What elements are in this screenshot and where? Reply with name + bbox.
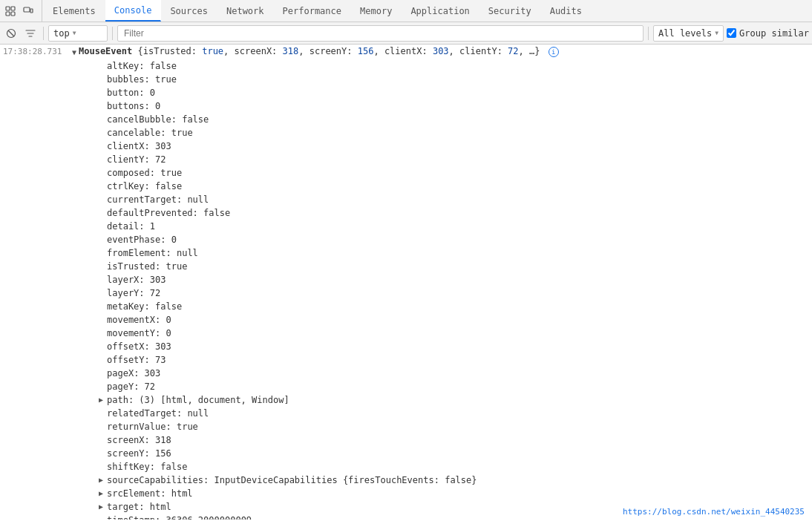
tab-elements[interactable]: Elements	[44, 0, 105, 22]
console-toolbar: top ▼ All levels ▼ Group similar	[0, 22, 812, 45]
prop-row[interactable]: layerX: 303	[0, 273, 812, 286]
levels-dropdown-icon: ▼	[715, 30, 718, 36]
tab-application[interactable]: Application	[402, 0, 479, 22]
devtools-icons	[3, 0, 42, 22]
group-similar-label: Group similar	[739, 28, 809, 39]
group-similar-option[interactable]: Group similar	[727, 28, 809, 39]
prop-row[interactable]: defaultPrevented: false	[0, 206, 812, 220]
tab-sources[interactable]: Sources	[161, 0, 217, 22]
inspect-icon[interactable]	[3, 4, 18, 19]
clear-console-icon[interactable]	[3, 25, 19, 42]
console-output: 17:38:28.731 MouseEvent {isTrusted: true…	[0, 45, 812, 520]
svg-rect-3	[11, 12, 15, 16]
dropdown-arrow-icon: ▼	[73, 30, 76, 36]
prop-row[interactable]: bubbles: true	[0, 73, 812, 86]
prop-row[interactable]: currentTarget: null	[0, 193, 812, 206]
prop-row[interactable]: composed: true	[0, 166, 812, 180]
filter-input[interactable]	[117, 25, 644, 42]
prop-row[interactable]: eventPhase: 0	[0, 233, 812, 246]
prop-row[interactable]: cancelBubble: false	[0, 113, 812, 126]
prop-row[interactable]: cancelable: true	[0, 126, 812, 140]
prop-row[interactable]: movementY: 0	[0, 327, 812, 340]
prop-row-path[interactable]: path: (3) [html, document, Window]	[0, 393, 812, 407]
prop-row[interactable]: relatedTarget: null	[0, 407, 812, 420]
prop-row[interactable]: layerY: 72	[0, 286, 812, 300]
log-timestamp: 17:38:28.731	[3, 46, 70, 56]
tab-bar: Elements Console Sources Network Perform…	[0, 0, 812, 22]
prop-row[interactable]: ctrlKey: false	[0, 180, 812, 193]
tab-performance[interactable]: Performance	[274, 0, 351, 22]
prop-row[interactable]: buttons: 0	[0, 99, 812, 113]
log-header-text: MouseEvent {isTrusted: true, screenX: 31…	[79, 46, 809, 57]
prop-row[interactable]: shiftKey: false	[0, 460, 812, 474]
prop-row[interactable]: returnValue: true	[0, 420, 812, 433]
prop-row[interactable]: clientY: 72	[0, 153, 812, 166]
src-element-expand[interactable]	[96, 488, 105, 499]
tab-network[interactable]: Network	[217, 0, 274, 22]
svg-line-7	[8, 30, 14, 36]
prop-row[interactable]: movementX: 0	[0, 313, 812, 327]
svg-rect-0	[6, 7, 10, 10]
prop-row-source-capabilities[interactable]: sourceCapabilities: InputDeviceCapabilit…	[0, 474, 812, 487]
device-icon[interactable]	[21, 4, 36, 19]
prop-row-src-element[interactable]: srcElement: html	[0, 487, 812, 500]
target-expand[interactable]	[96, 501, 105, 513]
filter-icon[interactable]	[22, 25, 39, 42]
prop-row[interactable]: isTrusted: true	[0, 260, 812, 273]
tab-console[interactable]: Console	[105, 0, 162, 22]
expand-arrow[interactable]	[70, 46, 79, 58]
toolbar-separator-3	[648, 27, 649, 40]
prop-row[interactable]: offsetY: 73	[0, 353, 812, 367]
prop-row[interactable]: pageX: 303	[0, 367, 812, 380]
path-expand-arrow[interactable]	[96, 394, 105, 406]
svg-rect-5	[30, 9, 33, 13]
context-selector[interactable]: top ▼	[48, 25, 108, 42]
prop-row[interactable]: clientX: 303	[0, 140, 812, 153]
prop-row[interactable]: detail: 1	[0, 220, 812, 233]
prop-row[interactable]: fromElement: null	[0, 246, 812, 260]
prop-row[interactable]: pageY: 72	[0, 380, 812, 393]
log-header[interactable]: 17:38:28.731 MouseEvent {isTrusted: true…	[0, 45, 812, 59]
prop-row[interactable]: metaKey: false	[0, 300, 812, 313]
toolbar-separator	[43, 27, 44, 40]
info-icon[interactable]: i	[549, 47, 559, 57]
prop-row[interactable]: button: 0	[0, 86, 812, 99]
footer-link[interactable]: https://blog.csdn.net/weixin_44540235	[623, 507, 805, 517]
svg-rect-2	[11, 7, 15, 10]
log-entry: 17:38:28.731 MouseEvent {isTrusted: true…	[0, 45, 812, 520]
group-similar-checkbox[interactable]	[727, 28, 736, 38]
tab-audits[interactable]: Audits	[541, 0, 592, 22]
toolbar-separator-2	[112, 27, 113, 40]
svg-rect-1	[6, 12, 10, 16]
prop-row[interactable]: offsetX: 303	[0, 340, 812, 353]
prop-row[interactable]: screenY: 156	[0, 447, 812, 460]
prop-row[interactable]: screenX: 318	[0, 433, 812, 447]
prop-row[interactable]: altKey: false	[0, 59, 812, 73]
tab-security[interactable]: Security	[479, 0, 541, 22]
tab-memory[interactable]: Memory	[351, 0, 402, 22]
svg-rect-4	[24, 7, 30, 12]
log-levels-selector[interactable]: All levels ▼	[653, 25, 724, 42]
source-cap-expand[interactable]	[96, 474, 105, 486]
